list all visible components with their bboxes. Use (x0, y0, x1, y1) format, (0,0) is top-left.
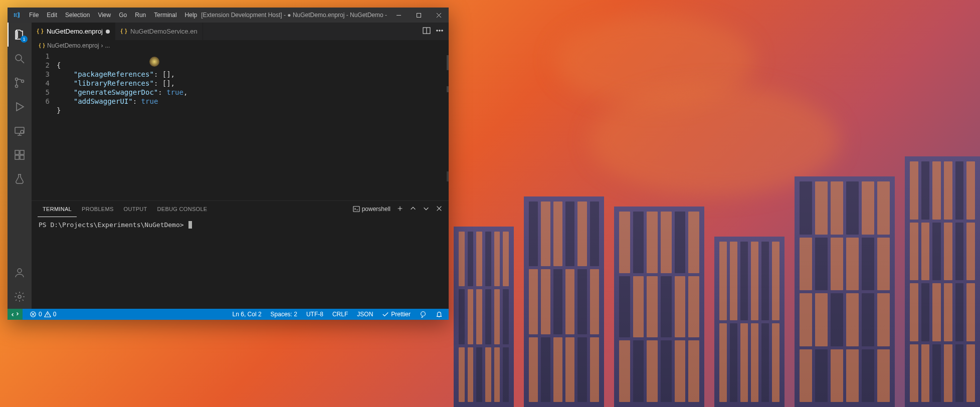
svg-point-3 (16, 85, 18, 88)
remote-indicator[interactable] (8, 309, 23, 320)
close-panel-icon[interactable] (436, 205, 443, 213)
terminal-cursor (188, 221, 192, 229)
status-bar: 0 0 Ln 6, Col 2 Spaces: 2 UTF-8 CRLF JSO… (8, 309, 449, 320)
bg-cloud (589, 85, 840, 195)
status-feedback-icon[interactable] (418, 309, 429, 320)
svg-point-11 (18, 269, 22, 273)
svg-point-14 (437, 30, 438, 31)
titlebar: File Edit Selection View Go Run Terminal… (8, 8, 449, 23)
activity-bar: 1 (8, 23, 32, 309)
svg-point-2 (16, 78, 18, 81)
tab-label: NuGetDemo.enproj (47, 28, 103, 35)
editor-group: NuGetDemo.enproj NuGetDemoService.en NuG… (32, 23, 449, 309)
tab-label: NuGetDemoService.en (130, 28, 198, 35)
svg-rect-7 (15, 150, 19, 154)
svg-rect-10 (20, 150, 24, 154)
activity-extensions[interactable] (8, 143, 32, 167)
braces-icon (37, 28, 44, 35)
panel: TERMINAL PROBLEMS OUTPUT DEBUG CONSOLE p… (32, 200, 449, 309)
activity-explorer[interactable]: 1 (8, 23, 32, 47)
tab-bar: NuGetDemo.enproj NuGetDemoService.en (32, 23, 449, 40)
window-minimize-button[interactable] (388, 8, 409, 23)
menu-selection[interactable]: Selection (61, 8, 94, 23)
more-actions-icon[interactable] (436, 27, 444, 36)
status-notifications-icon[interactable] (434, 309, 445, 320)
svg-rect-8 (15, 155, 19, 159)
braces-icon (39, 43, 45, 49)
window-maximize-button[interactable] (409, 8, 429, 23)
menu-terminal[interactable]: Terminal (150, 8, 180, 23)
code-editor[interactable]: 123456 { "packageReferences": [], "libra… (32, 51, 449, 200)
menu-go[interactable]: Go (115, 8, 131, 23)
panel-tabs: TERMINAL PROBLEMS OUTPUT DEBUG CONSOLE p… (32, 201, 449, 217)
line-gutter: 123456 (32, 51, 57, 200)
svg-rect-9 (20, 155, 24, 159)
panel-tab-debug-console[interactable]: DEBUG CONSOLE (152, 201, 213, 217)
editor-actions (418, 23, 449, 40)
svg-rect-17 (353, 207, 359, 212)
status-eol[interactable]: CRLF (330, 309, 350, 320)
activity-run-debug[interactable] (8, 95, 32, 119)
svg-point-19 (421, 312, 426, 316)
activity-remote[interactable] (8, 119, 32, 143)
svg-point-16 (442, 30, 443, 31)
panel-tab-terminal[interactable]: TERMINAL (38, 201, 77, 217)
split-terminal-icon[interactable] (410, 205, 417, 213)
svg-point-4 (22, 80, 24, 83)
panel-tab-problems[interactable]: PROBLEMS (77, 201, 119, 217)
activity-settings[interactable] (8, 285, 32, 309)
menu-file[interactable]: File (25, 8, 43, 23)
activity-source-control[interactable] (8, 71, 32, 95)
breadcrumb-tail: ... (105, 42, 110, 49)
maximize-panel-icon[interactable] (423, 205, 430, 213)
menu-run[interactable]: Run (131, 8, 150, 23)
new-terminal-icon[interactable] (397, 205, 404, 213)
menu-view[interactable]: View (94, 8, 115, 23)
activity-accounts[interactable] (8, 261, 32, 285)
code-content[interactable]: { "packageReferences": [], "libraryRefer… (57, 51, 449, 200)
window-close-button[interactable] (429, 8, 449, 23)
svg-point-1 (16, 55, 22, 61)
activity-search[interactable] (8, 47, 32, 71)
explorer-badge: 1 (21, 36, 28, 43)
svg-point-12 (18, 295, 21, 298)
svg-point-6 (21, 130, 24, 133)
status-cursor-position[interactable]: Ln 6, Col 2 (231, 309, 264, 320)
breadcrumb-file: NuGetDemo.enproj (47, 42, 99, 49)
terminal-profile-icon[interactable]: powershell (353, 206, 390, 213)
terminal-prompt: PS D:\Projects\Experiments\NuGetDemo> (39, 221, 187, 229)
breadcrumb[interactable]: NuGetDemo.enproj › ... (32, 40, 449, 51)
status-language[interactable]: JSON (355, 309, 375, 320)
dirty-indicator-icon (106, 30, 110, 34)
minimap[interactable] (445, 51, 449, 200)
split-editor-icon[interactable] (423, 27, 431, 36)
vscode-window: File Edit Selection View Go Run Terminal… (8, 8, 449, 320)
click-indicator-icon (149, 57, 159, 67)
menu-edit[interactable]: Edit (43, 8, 61, 23)
status-formatter[interactable]: Prettier (380, 309, 413, 320)
status-problems[interactable]: 0 0 (28, 309, 58, 320)
window-controls (388, 8, 449, 23)
braces-icon (120, 28, 127, 35)
chevron-right-icon: › (101, 42, 103, 49)
vscode-logo-icon (8, 11, 25, 19)
svg-rect-0 (417, 13, 421, 17)
status-encoding[interactable]: UTF-8 (304, 309, 325, 320)
tab-nugetdemo-enproj[interactable]: NuGetDemo.enproj (32, 23, 115, 40)
status-indentation[interactable]: Spaces: 2 (269, 309, 299, 320)
menu-help[interactable]: Help (181, 8, 202, 23)
panel-tab-output[interactable]: OUTPUT (119, 201, 152, 217)
menu-bar: File Edit Selection View Go Run Terminal… (25, 8, 201, 23)
tab-nugetdemoservice-en[interactable]: NuGetDemoService.en (115, 23, 203, 40)
activity-testing[interactable] (8, 167, 32, 191)
svg-point-15 (439, 30, 440, 31)
window-title: [Extension Development Host] - ● NuGetDe… (201, 12, 388, 19)
terminal[interactable]: PS D:\Projects\Experiments\NuGetDemo> (32, 217, 449, 309)
